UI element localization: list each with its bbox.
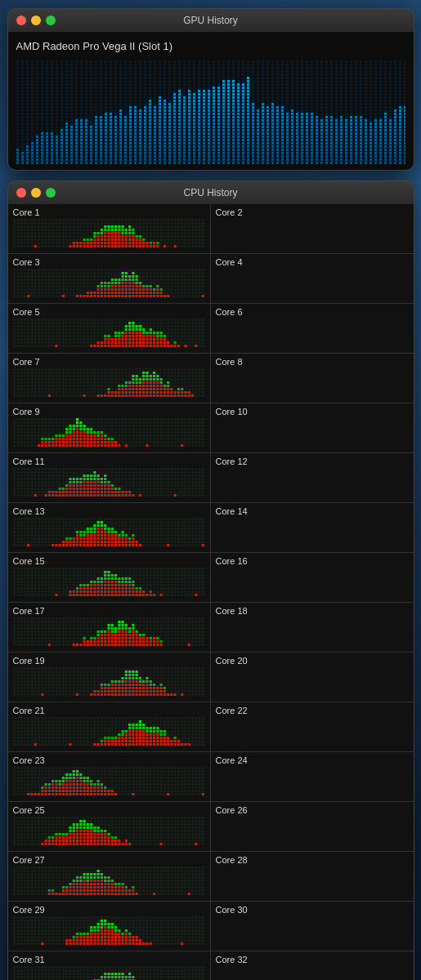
core-graph-11 [13, 468, 205, 497]
core-cell-11: Core 11 [8, 453, 211, 503]
core-graph-15 [13, 568, 205, 597]
core-cell-9: Core 9 [8, 403, 211, 453]
core-label-5: Core 5 [13, 307, 205, 317]
core-cell-10: Core 10 [211, 403, 414, 453]
core-graph-32 [216, 966, 409, 980]
core-graph-5 [13, 318, 205, 348]
gpu-titlebar: GPU History [8, 9, 414, 32]
core-label-27: Core 27 [13, 855, 205, 865]
gpu-name: AMD Radeon Pro Vega II (Slot 1) [16, 40, 405, 52]
core-graph-3 [13, 269, 205, 298]
core-cell-3: Core 3 [8, 254, 211, 304]
core-label-16: Core 16 [216, 556, 409, 566]
core-label-21: Core 21 [13, 706, 205, 715]
core-graph-22 [216, 717, 409, 746]
core-graph-2 [216, 219, 409, 248]
core-graph-16 [216, 568, 409, 597]
core-graph-21 [13, 717, 205, 746]
core-graph-23 [13, 767, 205, 796]
core-graph-9 [13, 418, 205, 448]
core-cell-18: Core 18 [211, 603, 414, 653]
core-label-20: Core 20 [216, 656, 409, 666]
cpu-maximize-button[interactable] [46, 188, 56, 198]
gpu-window: GPU History AMD Radeon Pro Vega II (Slot… [7, 8, 414, 171]
core-graph-4 [216, 269, 409, 298]
core-label-8: Core 8 [216, 357, 409, 367]
core-cell-12: Core 12 [211, 453, 414, 503]
core-label-18: Core 18 [216, 606, 409, 616]
core-label-11: Core 11 [13, 457, 205, 466]
core-cell-17: Core 17 [8, 603, 211, 653]
core-graph-12 [216, 468, 409, 497]
core-cell-24: Core 24 [211, 752, 414, 802]
cpu-window-buttons [16, 188, 56, 198]
core-cell-32: Core 32 [211, 951, 414, 980]
cpu-close-button[interactable] [16, 188, 26, 198]
core-cell-29: Core 29 [8, 902, 211, 951]
core-cell-6: Core 6 [211, 304, 414, 354]
core-graph-10 [216, 418, 409, 448]
core-graph-24 [216, 767, 409, 796]
core-cell-31: Core 31 [8, 951, 211, 980]
core-label-1: Core 1 [13, 207, 205, 217]
core-label-31: Core 31 [13, 955, 205, 964]
core-label-32: Core 32 [216, 955, 409, 964]
gpu-maximize-button[interactable] [46, 16, 56, 25]
cpu-cores-container: Core 1Core 2Core 3Core 4Core 5Core 6Core… [8, 204, 414, 980]
core-graph-8 [216, 368, 409, 398]
core-cell-4: Core 4 [211, 254, 414, 304]
core-cell-22: Core 22 [211, 702, 414, 752]
gpu-close-button[interactable] [16, 16, 26, 25]
core-label-6: Core 6 [216, 307, 409, 317]
core-cell-28: Core 28 [211, 852, 414, 902]
core-label-30: Core 30 [216, 905, 409, 915]
core-label-4: Core 4 [216, 257, 409, 267]
core-label-25: Core 25 [13, 805, 205, 815]
gpu-content-area: AMD Radeon Pro Vega II (Slot 1) [8, 32, 414, 170]
core-label-28: Core 28 [216, 855, 409, 865]
core-graph-30 [216, 916, 409, 946]
core-graph-18 [216, 617, 409, 647]
core-cell-16: Core 16 [211, 553, 414, 603]
core-cell-20: Core 20 [211, 653, 414, 702]
cpu-titlebar: CPU History [8, 181, 414, 204]
core-cell-1: Core 1 [8, 204, 211, 254]
core-graph-19 [13, 667, 205, 697]
core-graph-25 [13, 817, 205, 846]
core-label-23: Core 23 [13, 755, 205, 765]
core-label-17: Core 17 [13, 606, 205, 616]
core-cell-30: Core 30 [211, 902, 414, 951]
core-cell-14: Core 14 [211, 503, 414, 553]
core-graph-28 [216, 866, 409, 896]
core-cell-13: Core 13 [8, 503, 211, 553]
core-label-29: Core 29 [13, 905, 205, 915]
core-label-14: Core 14 [216, 506, 409, 516]
core-label-3: Core 3 [13, 257, 205, 267]
cpu-minimize-button[interactable] [31, 188, 41, 198]
core-label-19: Core 19 [13, 656, 205, 666]
core-cell-26: Core 26 [211, 802, 414, 852]
core-graph-31 [13, 966, 205, 980]
core-cell-7: Core 7 [8, 354, 211, 403]
core-label-7: Core 7 [13, 357, 205, 367]
cores-grid: Core 1Core 2Core 3Core 4Core 5Core 6Core… [8, 204, 414, 980]
core-label-10: Core 10 [216, 407, 409, 416]
core-cell-27: Core 27 [8, 852, 211, 902]
gpu-window-buttons [16, 16, 56, 25]
cpu-window-title: CPU History [8, 187, 414, 198]
core-label-22: Core 22 [216, 706, 409, 715]
core-graph-26 [216, 817, 409, 846]
core-cell-25: Core 25 [8, 802, 211, 852]
core-label-26: Core 26 [216, 805, 409, 815]
core-graph-14 [216, 518, 409, 547]
core-cell-19: Core 19 [8, 653, 211, 702]
core-cell-5: Core 5 [8, 304, 211, 354]
core-graph-17 [13, 617, 205, 647]
core-graph-29 [13, 916, 205, 946]
gpu-minimize-button[interactable] [31, 16, 41, 25]
core-graph-27 [13, 866, 205, 896]
core-cell-8: Core 8 [211, 354, 414, 403]
core-cell-21: Core 21 [8, 702, 211, 752]
core-label-2: Core 2 [216, 207, 409, 217]
core-graph-1 [13, 219, 205, 248]
